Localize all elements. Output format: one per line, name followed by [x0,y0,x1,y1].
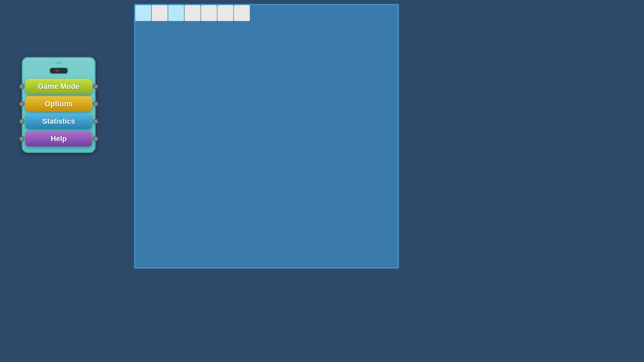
mode-label [55,62,62,64]
minesweeper-grid [134,4,399,268]
cell[interactable] [217,5,233,21]
cell[interactable] [152,5,168,21]
help-button[interactable]: Help [25,131,92,146]
options-button[interactable]: Options [25,96,92,112]
statistics-button[interactable]: Statistics [25,114,92,129]
cell[interactable] [184,5,201,21]
cell[interactable] [201,5,217,21]
timer-box [49,67,68,74]
sidebar: Game Mode Options Statistics Help [22,57,96,153]
game-mode-button[interactable]: Game Mode [25,79,92,94]
cell[interactable] [168,5,184,21]
mine-count [55,70,59,71]
cell[interactable] [234,5,250,21]
cell[interactable] [135,5,151,21]
